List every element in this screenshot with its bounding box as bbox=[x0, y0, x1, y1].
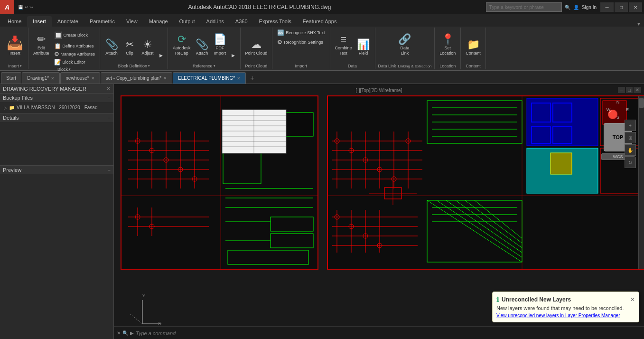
combine-text-button[interactable]: ≡ CombineText bbox=[333, 28, 354, 57]
attach-button[interactable]: 📎 Attach bbox=[103, 28, 120, 57]
group-data-link: 🔗 DataLink Data Link Linking & Extractio… bbox=[375, 28, 435, 69]
tab-drawing1-close[interactable]: ✕ bbox=[51, 76, 55, 81]
ribbon-options-icon[interactable]: ▼ bbox=[636, 21, 641, 27]
attach-ref-button[interactable]: 📎 Attach bbox=[194, 28, 211, 57]
tab-addins[interactable]: Add-ins bbox=[201, 16, 230, 27]
drawing-recovery-title: DRAWING RECOVERY MANAGER bbox=[3, 86, 86, 92]
viewport-scrollbar[interactable]: + ⊞ ✋ ↻ bbox=[638, 96, 644, 269]
svg-line-118 bbox=[131, 314, 142, 324]
svg-rect-85 bbox=[551, 153, 572, 174]
tab-drawing1[interactable]: Drawing1* ✕ bbox=[22, 72, 60, 84]
zoom-in-button[interactable]: + bbox=[625, 120, 636, 131]
create-block-icon: 🔲 bbox=[54, 31, 62, 39]
point-cloud-button[interactable]: ☁ Point Cloud bbox=[243, 28, 270, 57]
clip-icon: ✂ bbox=[125, 39, 134, 50]
edit-attribute-button[interactable]: ✏ EditAttribute bbox=[31, 28, 51, 57]
scrollbar-thumb[interactable] bbox=[639, 98, 644, 108]
account-icon: 👤 bbox=[573, 5, 579, 10]
drawing-recovery-header[interactable]: DRAWING RECOVERY MANAGER ✕ bbox=[0, 84, 113, 93]
nav-compass: N W E S bbox=[604, 98, 632, 121]
command-clear-icon[interactable]: ✕ bbox=[117, 330, 121, 336]
notification-header: ℹ Unreconciled New Layers ✕ bbox=[496, 296, 635, 303]
block-editor-button[interactable]: 📝 Block Editor bbox=[52, 58, 97, 66]
backup-files-collapse[interactable]: − bbox=[108, 95, 111, 101]
insert-icon: 📥 bbox=[7, 37, 23, 50]
tab-featuredapps[interactable]: Featured Apps bbox=[297, 16, 343, 27]
nav-nw bbox=[604, 98, 613, 106]
field-button[interactable]: 📊 Field bbox=[355, 28, 372, 57]
define-attributes-button[interactable]: 📋 Define Attributes bbox=[52, 42, 97, 50]
adjust-button[interactable]: ☀ Adjust bbox=[139, 28, 156, 57]
notification-close-button[interactable]: ✕ bbox=[630, 296, 635, 303]
tab-output[interactable]: Output bbox=[174, 16, 201, 27]
recognition-settings-label: Recognition Settings bbox=[284, 40, 323, 45]
preview-collapse[interactable]: − bbox=[108, 167, 111, 173]
autocad-recap-button[interactable]: ⟳ AutodeskReCap bbox=[171, 28, 193, 57]
tab-view[interactable]: View bbox=[121, 16, 143, 27]
maximize-button[interactable]: □ bbox=[615, 2, 628, 12]
content-button[interactable]: 📁 Content bbox=[464, 28, 483, 57]
viewport-close[interactable]: ✕ bbox=[634, 87, 641, 93]
clip-button[interactable]: ✂ Clip bbox=[121, 28, 138, 57]
group-reference: ⟳ AutodeskReCap 📎 Attach 📄 PDFImport ▸ R… bbox=[168, 28, 241, 69]
tab-set-copy[interactable]: set - Copy_plumbing plan* ✕ bbox=[101, 72, 172, 84]
group-import-label: Import bbox=[275, 63, 327, 68]
viewport-restore[interactable]: □ bbox=[626, 87, 633, 93]
group-data-label: Data bbox=[333, 63, 372, 68]
pan-button[interactable]: ✋ bbox=[625, 144, 636, 156]
set-location-button[interactable]: 📍 SetLocation bbox=[438, 28, 457, 57]
sign-in-label[interactable]: Sign In bbox=[582, 5, 597, 10]
create-block-button[interactable]: 🔲 Create Block bbox=[52, 28, 97, 42]
notification-title: Unreconciled New Layers bbox=[502, 296, 571, 303]
tab-add-button[interactable]: + bbox=[246, 72, 258, 84]
data-link-button[interactable]: 🔗 DataLink bbox=[396, 28, 413, 57]
details-collapse[interactable]: − bbox=[108, 115, 111, 121]
group-data: ≡ CombineText 📊 Field Data bbox=[330, 28, 375, 69]
manage-attributes-button[interactable]: ⚙ Manage Attributes bbox=[52, 50, 97, 58]
tab-electrical-label: ELECTRICAL PLUMBING* bbox=[178, 75, 235, 81]
backup-files-header[interactable]: Backup Files − bbox=[0, 94, 113, 102]
tab-manage[interactable]: Manage bbox=[143, 16, 174, 27]
command-input[interactable] bbox=[136, 330, 641, 336]
minimize-button[interactable]: ─ bbox=[600, 2, 614, 12]
adjust-label: Adjust bbox=[142, 51, 154, 56]
tab-newhouse[interactable]: newhouse* ✕ bbox=[60, 72, 100, 84]
command-prompt-icon: ▶ bbox=[130, 330, 134, 336]
tab-parametric[interactable]: Parametric bbox=[84, 16, 121, 27]
tab-expresstools[interactable]: Express Tools bbox=[253, 16, 297, 27]
tab-insert[interactable]: Insert bbox=[27, 16, 52, 27]
pdf-import-button[interactable]: 📄 PDFImport bbox=[212, 28, 229, 57]
group-datalink-label: Data Link Linking & Extraction bbox=[378, 63, 432, 68]
notification-popup: ℹ Unreconciled New Layers ✕ New layers w… bbox=[492, 292, 639, 322]
details-header[interactable]: Details − bbox=[0, 113, 113, 122]
notification-link[interactable]: View unreconciled new layers in Layer Pr… bbox=[496, 313, 635, 318]
manage-attr-icon: ⚙ bbox=[54, 51, 59, 57]
search-input[interactable] bbox=[486, 2, 562, 12]
orbit-button[interactable]: ↻ bbox=[625, 157, 636, 168]
more-import-button[interactable]: ▸ bbox=[230, 31, 237, 60]
zoom-extent-button[interactable]: ⊞ bbox=[625, 132, 636, 143]
recognize-shx-button[interactable]: 🔤 Recognize SHX Text bbox=[275, 28, 327, 37]
command-search-icon[interactable]: 🔍 bbox=[122, 330, 128, 336]
tab-a360[interactable]: A360 bbox=[230, 16, 253, 27]
viewport-minimize[interactable]: ─ bbox=[618, 87, 625, 93]
recap-label: AutodeskReCap bbox=[173, 46, 191, 56]
tab-newhouse-close[interactable]: ✕ bbox=[91, 76, 95, 81]
preview-header[interactable]: Preview − bbox=[0, 166, 113, 174]
tab-electrical-close[interactable]: ✕ bbox=[237, 76, 241, 81]
reference-group-arrow: ▾ bbox=[214, 64, 215, 68]
insert-button[interactable]: 📥 Insert bbox=[5, 28, 25, 57]
define-attr-icon: 📋 bbox=[54, 43, 61, 49]
tab-setcopy-close[interactable]: ✕ bbox=[163, 76, 167, 81]
set-location-label: SetLocation bbox=[439, 46, 456, 56]
recognition-settings-button[interactable]: ⚙ Recognition Settings bbox=[275, 38, 327, 47]
tree-item-villa[interactable]: ▷ 📁 VILLA IVARSSON - 26012020 - Fasad bbox=[2, 104, 112, 111]
tab-start[interactable]: Start bbox=[1, 72, 21, 84]
group-point-cloud: ☁ Point Cloud Point Cloud bbox=[241, 28, 273, 69]
drawing-recovery-close[interactable]: ✕ bbox=[106, 85, 111, 92]
tab-home[interactable]: Home bbox=[2, 16, 27, 27]
more-ref-button[interactable]: ▸ bbox=[157, 31, 165, 60]
tab-electrical-plumbing[interactable]: ELECTRICAL PLUMBING* ✕ bbox=[173, 72, 246, 84]
tab-annotate[interactable]: Annotate bbox=[52, 16, 84, 27]
close-button[interactable]: ✕ bbox=[629, 2, 642, 12]
